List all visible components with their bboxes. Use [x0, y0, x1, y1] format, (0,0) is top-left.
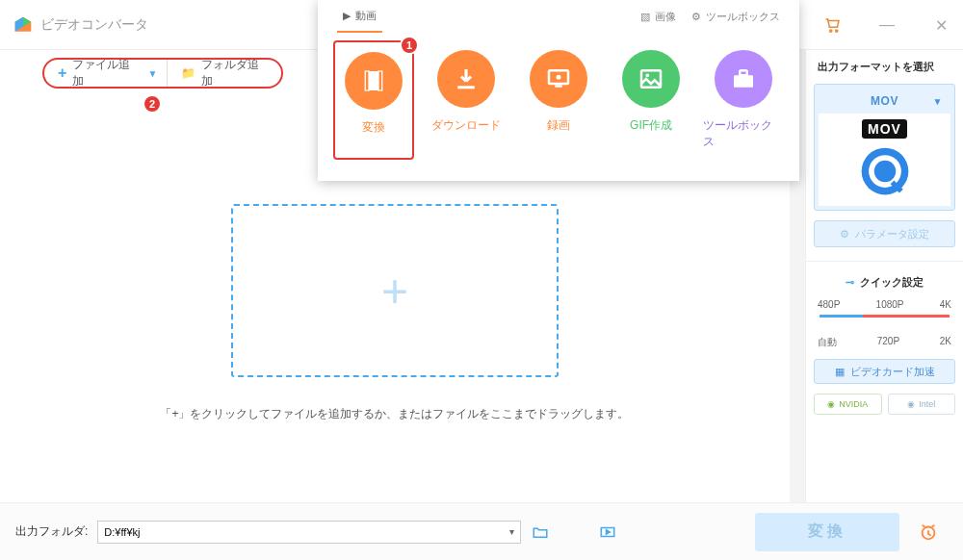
output-path-select[interactable]: D:¥ff¥kj ▾ — [97, 521, 521, 544]
file-dropzone[interactable]: + — [231, 204, 559, 377]
dropzone-plus-icon: + — [381, 265, 408, 318]
card-download[interactable]: ダウンロード — [426, 40, 507, 160]
resolution-slider[interactable]: 480P 1080P 4K — [814, 299, 955, 324]
parameter-settings-label: パラメータ設定 — [855, 227, 929, 242]
plus-icon: + — [58, 64, 66, 82]
res-1080p: 1080P — [876, 299, 904, 310]
dash-icon: ⊸ — [846, 276, 854, 289]
sidebar: 出力フォーマットを選択 MOV ▼ MOV ⚙ パラメータ設定 ⊸ クイック設定… — [805, 50, 963, 502]
add-folder-label: フォルダ追加 — [201, 57, 268, 89]
quick-settings-title: ⊸ クイック設定 — [814, 275, 955, 290]
svg-rect-4 — [378, 71, 382, 90]
svg-rect-10 — [734, 75, 753, 88]
card-toolbox-label: ツールボックス — [703, 117, 784, 150]
chip-icon: ▦ — [835, 366, 845, 378]
format-selector[interactable]: MOV ▼ MOV — [814, 84, 955, 211]
popup-tab-image-label: 画像 — [655, 10, 676, 24]
nvidia-chip[interactable]: ◉ NVIDIA — [814, 394, 882, 415]
convert-button[interactable]: 変換 — [755, 513, 899, 551]
card-gif[interactable]: GIF作成 — [611, 40, 691, 160]
parameter-settings-button[interactable]: ⚙ パラメータ設定 — [814, 220, 955, 247]
popup-tab-image[interactable]: ▧ 画像 — [635, 0, 682, 33]
bottom-bar: 出力フォルダ: D:¥ff¥kj ▾ 変換 — [0, 502, 963, 560]
svg-rect-11 — [740, 70, 747, 75]
close-button[interactable]: ✕ — [930, 14, 951, 36]
gpu-accel-button[interactable]: ▦ ビデオカード加速 — [814, 359, 955, 384]
popup-tab-video-label: 動画 — [355, 9, 377, 23]
card-download-label: ダウンロード — [431, 117, 501, 134]
add-file-button[interactable]: + ファイル追加 ▼ — [44, 60, 167, 87]
svg-rect-3 — [365, 71, 369, 90]
image-icon: ▧ — [640, 11, 650, 23]
gif-icon — [622, 50, 680, 108]
chevron-down-icon: ▾ — [509, 526, 514, 537]
popup-tab-video[interactable]: ▶ 動画 — [337, 0, 382, 33]
gpu-accel-label: ビデオカード加速 — [850, 365, 935, 379]
svg-point-6 — [557, 75, 561, 80]
format-badge: MOV — [862, 119, 907, 139]
card-record[interactable]: 録画 — [518, 40, 599, 160]
output-folder-label: 出力フォルダ: — [15, 523, 88, 540]
record-icon — [530, 50, 587, 108]
app-logo — [13, 15, 33, 35]
toolbox-icon: ⚙ — [691, 11, 701, 23]
output-path-value: D:¥ff¥kj — [104, 526, 140, 538]
download-icon — [437, 50, 495, 108]
popup-tab-toolbox-label: ツールボックス — [706, 10, 780, 24]
dropzone-hint: 「+」をクリックしてファイルを追加するか、またはファイルをここまでドラッグします… — [0, 406, 790, 422]
popup-tabs: ▶ 動画 ▧ 画像 ⚙ ツールボックス — [318, 0, 799, 33]
card-gif-label: GIF作成 — [630, 117, 672, 134]
card-record-label: 録画 — [547, 117, 570, 134]
res-480p: 480P — [818, 299, 840, 310]
intel-chip[interactable]: ◉ Intel — [888, 394, 956, 415]
svg-point-9 — [645, 73, 649, 77]
annotation-badge-2: 2 — [143, 94, 162, 114]
popup-tab-toolbox[interactable]: ⚙ ツールボックス — [686, 0, 786, 33]
res-4k: 4K — [940, 299, 951, 310]
nvidia-icon: ◉ — [827, 399, 835, 409]
svg-point-14 — [873, 161, 896, 183]
minimize-button[interactable]: — — [876, 14, 898, 36]
svg-point-0 — [830, 30, 832, 32]
format-name: MOV — [871, 94, 898, 108]
card-convert-label: 変換 — [362, 119, 385, 136]
res-2k: 2K — [940, 336, 951, 349]
card-toolbox[interactable]: ツールボックス — [703, 40, 784, 160]
sidebar-title: 出力フォーマットを選択 — [814, 60, 955, 74]
convert-icon — [345, 52, 403, 110]
cart-icon[interactable] — [822, 14, 844, 36]
scheduler-button[interactable] — [909, 513, 948, 551]
add-folder-button[interactable]: 📁 フォルダ追加 — [167, 60, 281, 87]
chevron-down-icon: ▼ — [933, 96, 943, 107]
sliders-icon: ⚙ — [840, 228, 849, 241]
add-file-label: ファイル追加 — [72, 57, 138, 89]
feature-popup: ▶ 動画 ▧ 画像 ⚙ ツールボックス 1 変換 ダウンロード 録画 GIF作成 — [318, 0, 799, 181]
svg-point-1 — [836, 30, 838, 32]
intel-icon: ◉ — [907, 399, 915, 409]
card-convert[interactable]: 1 変換 — [333, 40, 414, 160]
open-folder-button[interactable] — [531, 522, 550, 542]
quicktime-icon — [856, 142, 914, 200]
toolbox-card-icon — [715, 50, 772, 108]
add-bar: + ファイル追加 ▼ 📁 フォルダ追加 — [42, 58, 283, 89]
chevron-down-icon: ▼ — [147, 68, 157, 79]
window-controls: — ✕ — [822, 0, 963, 50]
res-auto: 自動 — [818, 336, 837, 349]
folder-plus-icon: 📁 — [181, 66, 195, 80]
app-title: ビデオコンバータ — [40, 16, 148, 34]
convert-button-label: 変換 — [808, 522, 846, 542]
merge-button[interactable] — [598, 522, 617, 542]
res-720p: 720P — [877, 336, 899, 349]
svg-rect-7 — [555, 85, 562, 88]
annotation-badge-1: 1 — [400, 36, 419, 55]
video-icon: ▶ — [343, 10, 351, 22]
